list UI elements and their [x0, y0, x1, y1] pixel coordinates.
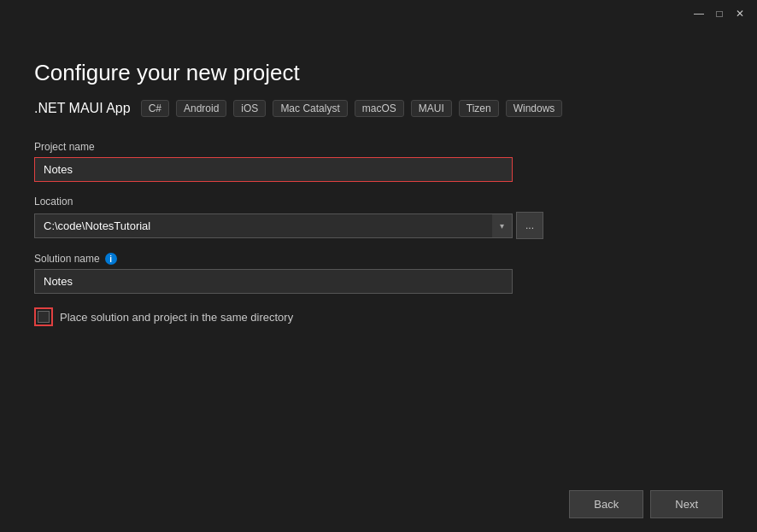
location-input[interactable] [34, 213, 513, 238]
project-type-name: .NET MAUI App [34, 101, 131, 116]
location-section: Location ▾ ... [34, 196, 723, 239]
minimize-button[interactable]: — [692, 7, 706, 20]
location-input-wrap: ▾ [34, 213, 513, 238]
maximize-button[interactable]: □ [713, 7, 726, 20]
tag-android: Android [176, 100, 226, 117]
project-type-row: .NET MAUI App C# Android iOS Mac Catalys… [34, 100, 723, 117]
same-directory-label: Place solution and project in the same d… [60, 311, 293, 324]
location-row: ▾ ... [34, 212, 723, 239]
next-button[interactable]: Next [650, 490, 723, 518]
same-directory-checkbox-wrapper [34, 307, 53, 326]
solution-name-label: Solution name [34, 253, 100, 265]
solution-name-input[interactable] [34, 269, 513, 294]
location-dropdown-icon[interactable]: ▾ [492, 213, 513, 238]
tag-macos: macOS [355, 100, 404, 117]
tag-windows: Windows [506, 100, 563, 117]
back-button[interactable]: Back [569, 490, 643, 518]
tag-tizen: Tizen [459, 100, 499, 117]
tag-csharp: C# [141, 100, 169, 117]
project-name-section: Project name [34, 141, 723, 182]
footer: Back Next [0, 476, 757, 532]
same-directory-row: Place solution and project in the same d… [34, 307, 723, 326]
title-bar: — □ ✕ [0, 0, 757, 27]
tag-ios: iOS [233, 100, 266, 117]
main-content: Configure your new project .NET MAUI App… [0, 26, 757, 532]
same-directory-checkbox[interactable] [38, 311, 50, 323]
tag-maccatalyst: Mac Catalyst [273, 100, 347, 117]
solution-name-label-row: Solution name i [34, 253, 723, 265]
close-button[interactable]: ✕ [733, 7, 747, 20]
location-label: Location [34, 196, 723, 208]
project-name-input[interactable] [34, 157, 513, 182]
solution-name-info-icon[interactable]: i [105, 253, 117, 265]
browse-button[interactable]: ... [516, 212, 543, 239]
solution-name-section: Solution name i [34, 253, 723, 294]
page-title: Configure your new project [34, 60, 723, 86]
tag-maui: MAUI [411, 100, 452, 117]
project-name-label: Project name [34, 141, 723, 153]
